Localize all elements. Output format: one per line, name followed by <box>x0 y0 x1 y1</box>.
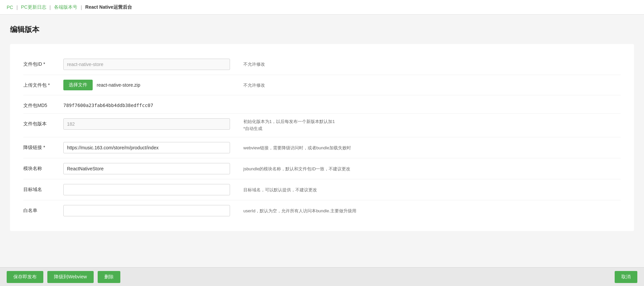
bottom-bar-left: 保存即发布 降级到Webview 删除 <box>7 271 120 283</box>
label-downgrade-url: 降级链接 * <box>23 142 63 151</box>
file-name-display: react-native-store.zip <box>97 82 140 88</box>
hint-downgrade-url: webview链接，需要降级访问时，或者bundle加载失败时 <box>243 142 621 152</box>
whitelist-input[interactable] <box>63 205 230 216</box>
label-module-name: 模块名称 <box>23 163 63 172</box>
target-domain-input[interactable] <box>63 184 230 195</box>
nav-version-numbers[interactable]: 各端版本号 <box>54 4 77 10</box>
form-row-module-name: 模块名称 jsbundle的模块名称，默认和文件包ID一致，不建议更改 <box>23 158 621 179</box>
label-version: 文件包版本 <box>23 118 63 127</box>
delete-button[interactable]: 删除 <box>98 271 120 283</box>
label-md5: 文件包MD5 <box>23 100 63 109</box>
input-area-target-domain <box>63 184 230 195</box>
nav-pc-changelog[interactable]: PC更新日志 <box>21 4 46 10</box>
form-card: 文件包ID * 不允许修改 上传文件包 * 选择文件 react-native-… <box>10 44 634 231</box>
package-version-input[interactable] <box>63 118 230 130</box>
hint-version: 初始化版本为1，以后每发布一个新版本默认加1*自动生成 <box>243 118 335 132</box>
downgrade-url-input[interactable] <box>63 142 230 153</box>
form-row-target-domain: 目标域名 目标域名，可以默认提供，不建议更改 <box>23 179 621 200</box>
package-id-input[interactable] <box>63 59 230 70</box>
file-upload-area: 选择文件 react-native-store.zip <box>63 80 230 90</box>
save-publish-button[interactable]: 保存即发布 <box>7 271 43 283</box>
label-whitelist: 白名单 <box>23 205 63 214</box>
hint-target-domain: 目标域名，可以默认提供，不建议更改 <box>243 184 621 194</box>
hint-upload: 不允许修改 <box>243 80 265 88</box>
input-area-version <box>63 118 230 130</box>
hint-module-name: jsbundle的模块名称，默认和文件包ID一致，不建议更改 <box>243 163 621 173</box>
nav-react-native: React Native运营后台 <box>85 4 132 10</box>
choose-file-button[interactable]: 选择文件 <box>63 80 93 90</box>
input-area-whitelist <box>63 205 230 216</box>
form-row-package-id: 文件包ID * 不允许修改 <box>23 54 621 75</box>
form-row-whitelist: 白名单 userId，默认为空，允许所有人访问本bundle.主要做升级用 <box>23 200 621 221</box>
separator-1: | <box>16 5 18 10</box>
downgrade-webview-button[interactable]: 降级到Webview <box>47 271 94 283</box>
hint-package-id: 不允许修改 <box>243 59 265 67</box>
separator-3: | <box>81 5 82 10</box>
bottom-bar: 保存即发布 降级到Webview 删除 取消 <box>0 267 644 286</box>
input-area-package-id <box>63 59 230 70</box>
form-row-version: 文件包版本 初始化版本为1，以后每发布一个新版本默认加1*自动生成 <box>23 114 621 137</box>
hint-md5 <box>243 100 621 103</box>
md5-value: 789f7600a23fab64bb4ddb38edffcc07 <box>63 100 230 108</box>
input-area-md5: 789f7600a23fab64bb4ddb38edffcc07 <box>63 100 230 108</box>
cancel-button[interactable]: 取消 <box>615 271 637 283</box>
hint-whitelist: userId，默认为空，允许所有人访问本bundle.主要做升级用 <box>243 205 621 215</box>
page-content: 编辑版本 文件包ID * 不允许修改 上传文件包 * 选择文件 react-na… <box>0 15 644 286</box>
module-name-input[interactable] <box>63 163 230 174</box>
nav-pc[interactable]: PC <box>7 5 13 10</box>
input-area-upload: 选择文件 react-native-store.zip <box>63 80 230 90</box>
separator-2: | <box>50 5 51 10</box>
top-navigation: PC | PC更新日志 | 各端版本号 | React Native运营后台 <box>0 0 644 15</box>
label-upload: 上传文件包 * <box>23 80 63 88</box>
label-package-id: 文件包ID * <box>23 59 63 67</box>
input-area-module-name <box>63 163 230 174</box>
form-row-upload: 上传文件包 * 选择文件 react-native-store.zip 不允许修… <box>23 75 621 95</box>
page-title: 编辑版本 <box>10 25 634 35</box>
form-row-md5: 文件包MD5 789f7600a23fab64bb4ddb38edffcc07 <box>23 95 621 114</box>
label-target-domain: 目标域名 <box>23 184 63 193</box>
input-area-downgrade-url <box>63 142 230 153</box>
form-row-downgrade-url: 降级链接 * webview链接，需要降级访问时，或者bundle加载失败时 <box>23 137 621 158</box>
